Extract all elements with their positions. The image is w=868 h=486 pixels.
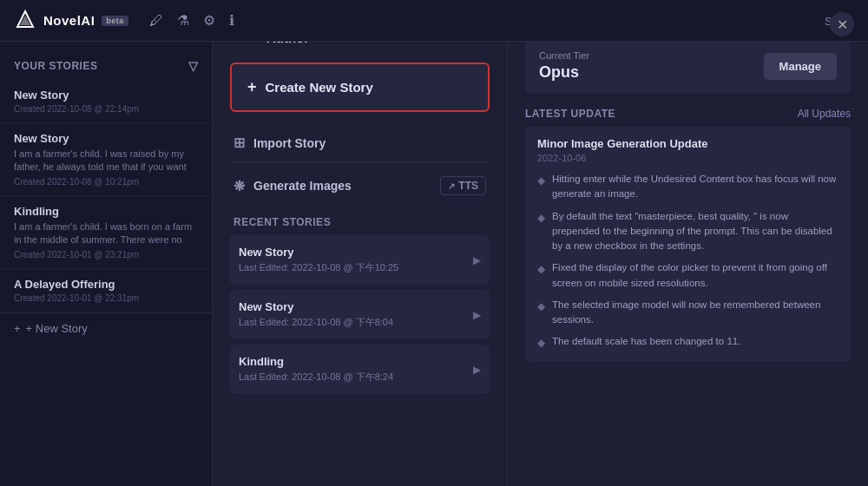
latest-update-row: Latest Update All Updates <box>525 108 851 120</box>
modal-left-panel: Welcome back, Author + Create New Story … <box>213 0 508 486</box>
bullet-icon: ◆ <box>537 262 545 291</box>
logo-area: NovelAI beta <box>14 10 128 32</box>
import-story-button[interactable]: ⊞ Import Story <box>230 124 490 162</box>
recent-story-info: New Story Last Edited: 2022-10-08 @ 下午10… <box>239 246 398 274</box>
close-icon: ✕ <box>837 16 848 33</box>
sidebar-story-preview: I am a farmer's child. I was born on a f… <box>14 220 198 247</box>
recent-stories-header: Recent Stories <box>230 206 490 235</box>
sidebar-header: Your Stories ▽ <box>0 52 212 80</box>
update-item-text: The default scale has been changed to 11… <box>552 334 740 351</box>
chevron-right-icon: ▶ <box>473 364 481 376</box>
sidebar-story-preview: I am a farmer's child. I was raised by m… <box>14 148 198 174</box>
latest-update-label: Latest Update <box>525 108 615 120</box>
modal: ✕ Welcome back, Author + Create New Stor… <box>213 0 868 486</box>
recent-story-date: Last Edited: 2022-10-08 @ 下午10:25 <box>239 261 398 274</box>
info-icon[interactable]: ℹ <box>229 12 234 29</box>
recent-story-title: New Story <box>239 246 398 259</box>
novelai-logo-icon <box>14 10 36 32</box>
settings-icon[interactable]: ⚙ <box>203 12 215 29</box>
image-icon: ❋ <box>233 178 245 194</box>
bullet-icon: ◆ <box>537 174 545 202</box>
recent-story-date: Last Edited: 2022-10-08 @ 下午8:04 <box>239 316 393 329</box>
modal-right-panel: Account Status Current Tier Opus Manage … <box>508 0 868 486</box>
recent-story-item[interactable]: New Story Last Edited: 2022-10-08 @ 下午10… <box>230 235 490 285</box>
chevron-right-icon: ▶ <box>473 254 481 266</box>
filter-icon[interactable]: ▽ <box>188 59 199 73</box>
update-title: Minor Image Generation Update <box>537 137 838 150</box>
recent-story-info: New Story Last Edited: 2022-10-08 @ 下午8:… <box>239 300 393 329</box>
update-item-text: The selected image model will now be rem… <box>552 298 838 328</box>
create-story-label: Create New Story <box>266 80 373 95</box>
sidebar: Your Stories ▽ New Story Created 2022-10… <box>0 0 213 486</box>
import-story-label: Import Story <box>253 136 326 150</box>
update-item: ◆ Fixed the display of the color picker … <box>537 260 838 291</box>
all-updates-link[interactable]: All Updates <box>798 108 851 120</box>
create-new-story-button[interactable]: + Create New Story <box>230 62 490 112</box>
plus-icon: + <box>14 322 21 335</box>
update-item: ◆ Hitting enter while the Undesired Cont… <box>537 172 838 202</box>
sidebar-story-title: Kindling <box>14 205 198 218</box>
sidebar-story-title: New Story <box>14 132 198 145</box>
update-item-text: Fixed the display of the color picker to… <box>552 260 838 291</box>
recent-story-item[interactable]: New Story Last Edited: 2022-10-08 @ 下午8:… <box>230 290 490 339</box>
recent-story-item[interactable]: Kindling Last Edited: 2022-10-08 @ 下午8:2… <box>230 345 490 394</box>
external-link-icon: ↗ <box>448 181 455 191</box>
new-story-label: + New Story <box>26 322 88 335</box>
logo-text: NovelAI <box>43 13 95 28</box>
recent-story-title: Kindling <box>239 355 393 368</box>
top-icons: 🖊 ⚗ ⚙ ℹ <box>149 12 234 29</box>
bullet-icon: ◆ <box>537 211 545 254</box>
new-story-button[interactable]: + + New Story <box>0 312 212 344</box>
beta-badge: beta <box>102 16 128 26</box>
tier-value: Opus <box>539 63 589 82</box>
sidebar-story-title: New Story <box>14 89 198 102</box>
update-card: Minor Image Generation Update 2022-10-06… <box>525 127 851 362</box>
tts-button[interactable]: ↗ TTS <box>440 176 486 195</box>
tier-info: Current Tier Opus <box>539 50 589 82</box>
sidebar-story-item[interactable]: Kindling I am a farmer's child. I was bo… <box>0 196 212 269</box>
top-bar: NovelAI beta 🖊 ⚗ ⚙ ℹ Stor... <box>0 0 868 42</box>
chevron-right-icon: ▶ <box>473 309 481 321</box>
recent-story-title: New Story <box>239 300 393 313</box>
your-stories-label: Your Stories <box>14 60 97 72</box>
sidebar-story-title: A Delayed Offering <box>14 278 198 291</box>
person-icon[interactable]: ⚗ <box>177 12 189 29</box>
sidebar-story-date: Created 2022-10-01 @ 23:21pm <box>14 250 198 259</box>
tier-box: Current Tier Opus Manage <box>525 38 851 94</box>
modal-inner: Welcome back, Author + Create New Story … <box>213 0 868 486</box>
sidebar-story-date: Created 2022-10-08 @ 10:21pm <box>14 177 198 187</box>
update-item: ◆ The default scale has been changed to … <box>537 334 838 351</box>
tts-label: TTS <box>458 180 478 192</box>
recent-story-info: Kindling Last Edited: 2022-10-08 @ 下午8:2… <box>239 355 393 384</box>
sidebar-content: Your Stories ▽ New Story Created 2022-10… <box>0 42 212 486</box>
bullet-icon: ◆ <box>537 336 545 351</box>
generate-images-label: Generate Images <box>253 179 352 193</box>
sidebar-story-item[interactable]: New Story Created 2022-10-08 @ 22:14pm <box>0 80 212 123</box>
tier-label: Current Tier <box>539 50 589 61</box>
quill-icon[interactable]: 🖊 <box>149 13 163 29</box>
close-button[interactable]: ✕ <box>830 12 854 36</box>
sidebar-story-date: Created 2022-10-01 @ 22:31pm <box>14 293 198 303</box>
update-date: 2022-10-06 <box>537 153 838 163</box>
update-item-text: Hitting enter while the Undesired Conten… <box>552 172 838 202</box>
update-item: ◆ By default the text "masterpiece, best… <box>537 209 838 254</box>
update-item-text: By default the text "masterpiece, best q… <box>552 209 838 254</box>
update-items: ◆ Hitting enter while the Undesired Cont… <box>537 172 838 351</box>
update-item: ◆ The selected image model will now be r… <box>537 298 838 328</box>
import-icon: ⊞ <box>233 135 245 151</box>
sidebar-story-date: Created 2022-10-08 @ 22:14pm <box>14 104 198 114</box>
sidebar-story-item[interactable]: New Story I am a farmer's child. I was r… <box>0 123 212 196</box>
recent-story-date: Last Edited: 2022-10-08 @ 下午8:24 <box>239 371 393 384</box>
create-plus-icon: + <box>247 78 257 96</box>
manage-button[interactable]: Manage <box>764 53 837 80</box>
bullet-icon: ◆ <box>537 299 545 328</box>
generate-images-row[interactable]: ❋ Generate Images ↗ TTS <box>230 166 490 206</box>
sidebar-story-item[interactable]: A Delayed Offering Created 2022-10-01 @ … <box>0 269 212 312</box>
